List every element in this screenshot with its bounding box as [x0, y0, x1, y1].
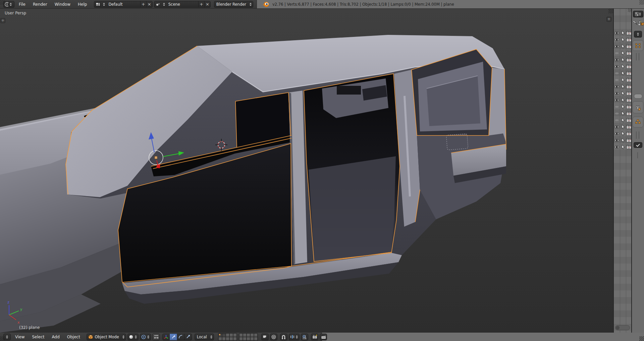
selectability-cursor-icon[interactable] [620, 145, 626, 149]
selectability-cursor-icon[interactable] [620, 131, 626, 136]
scene-selector[interactable]: Scene + × [154, 1, 211, 8]
visibility-eye-closed-icon[interactable] [614, 118, 620, 122]
outliner-row[interactable] [614, 50, 631, 56]
selectability-cursor-icon[interactable] [620, 104, 626, 109]
outliner-row[interactable] [614, 137, 631, 144]
outliner-row[interactable] [614, 144, 631, 150]
outliner-row[interactable] [614, 56, 631, 63]
proportional-edit-selector[interactable] [270, 334, 277, 340]
outliner-row[interactable] [614, 117, 631, 123]
outliner-row[interactable] [614, 110, 631, 117]
snap-target-button[interactable] [301, 334, 308, 340]
scale-manipulator-toggle[interactable] [184, 334, 192, 340]
outliner-row[interactable] [614, 90, 631, 97]
scene-name[interactable]: Scene [166, 2, 198, 7]
menu-add[interactable]: Add [49, 335, 63, 339]
render-engine-selector[interactable]: Blender Render [214, 1, 253, 8]
outliner-row[interactable] [614, 130, 631, 137]
layer-cell[interactable] [218, 337, 222, 341]
visibility-eye-open-icon[interactable] [614, 132, 620, 135]
outliner-row[interactable] [614, 43, 631, 50]
pin-icon[interactable] [633, 21, 637, 24]
visibility-eye-closed-icon[interactable] [614, 78, 620, 82]
layer-cell[interactable] [254, 333, 258, 337]
layer-cell[interactable] [247, 333, 250, 337]
visibility-eye-open-icon[interactable] [614, 138, 620, 142]
menu-view[interactable]: View [12, 335, 28, 339]
add-scene-button[interactable]: + [198, 1, 204, 7]
data-tab-icon-2[interactable] [633, 117, 643, 127]
layer-cell[interactable] [254, 337, 258, 341]
viewport-canvas[interactable]: z y x [0, 9, 613, 333]
menu-window[interactable]: Window [52, 2, 73, 7]
outliner-row[interactable] [614, 70, 631, 76]
outliner-row[interactable] [614, 123, 631, 130]
layer-cell[interactable] [233, 333, 237, 337]
data-tab-icon[interactable] [633, 40, 643, 51]
layer-cell[interactable] [233, 337, 237, 341]
layer-cell[interactable] [243, 337, 247, 341]
selectability-cursor-icon[interactable] [620, 118, 626, 122]
delete-screen-button[interactable]: × [146, 1, 152, 7]
editor-type-selector-info[interactable] [3, 1, 14, 8]
window-corner-grip-topleft[interactable] [0, 0, 5, 5]
object-cube-icon[interactable] [641, 22, 644, 25]
delete-scene-button[interactable]: × [204, 1, 210, 7]
selectability-cursor-icon[interactable] [620, 37, 626, 42]
snap-element-selector[interactable] [289, 334, 300, 340]
selectability-cursor-icon[interactable] [620, 57, 626, 62]
outliner-panel[interactable] [613, 9, 631, 341]
visibility-eye-closed-icon[interactable] [614, 105, 620, 109]
selectability-cursor-icon[interactable] [620, 44, 626, 49]
window-corner-grip-topright[interactable] [639, 0, 644, 5]
selectability-cursor-icon[interactable] [620, 64, 626, 69]
viewport-shading-selector[interactable] [127, 334, 139, 340]
layer-cell[interactable] [229, 333, 233, 337]
outliner-row[interactable] [614, 76, 631, 83]
layer-cell[interactable] [226, 333, 229, 337]
visibility-eye-open-icon[interactable] [614, 85, 620, 89]
outliner-row[interactable] [614, 97, 631, 103]
selectability-cursor-icon[interactable] [620, 111, 626, 116]
visibility-eye-closed-icon[interactable] [614, 71, 620, 75]
menu-render[interactable]: Render [30, 2, 50, 7]
layer-cell[interactable] [222, 337, 226, 341]
viewport-corner-grip[interactable] [608, 9, 613, 13]
menu-select[interactable]: Select [29, 335, 47, 339]
selectability-cursor-icon[interactable] [620, 84, 626, 89]
open-properties-region-button[interactable]: + [606, 17, 611, 22]
visibility-eye-open-icon[interactable] [614, 92, 620, 95]
menu-object[interactable]: Object [64, 335, 83, 339]
outliner-scrollbar[interactable] [615, 325, 630, 330]
outliner-row[interactable] [614, 63, 631, 70]
outliner-row[interactable] [614, 36, 631, 43]
layer-cell[interactable] [226, 337, 229, 341]
selectability-cursor-icon[interactable] [620, 31, 626, 35]
add-screen-button[interactable]: + [140, 1, 146, 7]
manipulate-centers-toggle[interactable] [152, 334, 160, 340]
selectability-cursor-icon[interactable] [620, 138, 626, 143]
properties-context-icons[interactable] [633, 20, 644, 28]
selectability-cursor-icon[interactable] [620, 71, 626, 75]
layer-cell[interactable] [239, 337, 243, 341]
layer-cell[interactable] [222, 333, 226, 337]
selectability-cursor-icon[interactable] [620, 51, 626, 55]
menu-help[interactable]: Help [75, 2, 90, 7]
screen-layout-selector[interactable]: Default + × [94, 1, 152, 8]
screen-layout-browse-arrows[interactable] [102, 3, 106, 6]
selectability-cursor-icon[interactable] [620, 98, 626, 102]
lock-to-scene-toggle[interactable] [261, 334, 269, 340]
properties-scrollbar-thumb[interactable] [634, 94, 642, 99]
visibility-eye-closed-icon[interactable] [614, 112, 620, 115]
visibility-eye-open-icon[interactable] [614, 58, 620, 62]
outliner-row[interactable] [614, 83, 631, 90]
visibility-eye-open-icon[interactable] [614, 98, 620, 102]
layer-cell[interactable] [229, 337, 233, 341]
opengl-render-still-button[interactable] [311, 334, 318, 340]
layer-cell[interactable] [239, 333, 243, 337]
rotate-manipulator-toggle[interactable] [177, 334, 184, 340]
layer-cell[interactable] [218, 333, 222, 337]
visibility-eye-open-icon[interactable] [614, 125, 620, 129]
modifier-wrench-icon[interactable] [633, 101, 643, 113]
layer-cell[interactable] [250, 337, 254, 341]
